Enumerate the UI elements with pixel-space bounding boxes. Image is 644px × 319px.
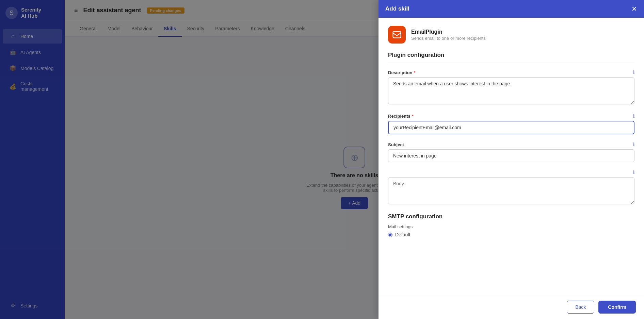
plugin-name: EmailPlugin: [411, 29, 486, 35]
back-button[interactable]: Back: [567, 301, 594, 314]
plugin-config-title: Plugin configuration: [388, 52, 634, 63]
plugin-description: Sends email to one or more recipients: [411, 36, 486, 41]
recipients-group: Recipients * ℹ: [388, 113, 634, 134]
recipients-required: *: [412, 114, 414, 119]
default-radio[interactable]: [388, 233, 392, 237]
subject-label: Subject ℹ: [388, 142, 634, 147]
recipients-info-icon[interactable]: ℹ: [633, 113, 634, 119]
modal-close-button[interactable]: ✕: [631, 5, 637, 12]
mail-settings-label: Mail settings: [388, 224, 634, 229]
mail-settings-radio-group: Default: [388, 232, 634, 237]
add-skill-modal: Add skill ✕ EmailPlugin Sends email to o…: [379, 0, 644, 319]
svg-rect-0: [393, 32, 401, 38]
description-required: *: [414, 70, 416, 75]
modal-header: Add skill ✕: [379, 0, 644, 18]
modal-overlay: Add skill ✕ EmailPlugin Sends email to o…: [0, 0, 644, 319]
body-label: ℹ: [388, 170, 634, 175]
body-info-icon[interactable]: ℹ: [633, 170, 634, 175]
subject-info-icon[interactable]: ℹ: [633, 142, 634, 147]
recipients-label: Recipients * ℹ: [388, 113, 634, 119]
modal-footer: Back Confirm: [379, 295, 644, 319]
description-info-icon[interactable]: ℹ: [633, 70, 634, 75]
plugin-info: EmailPlugin Sends email to one or more r…: [411, 29, 486, 41]
subject-input[interactable]: [388, 149, 634, 162]
default-radio-label[interactable]: Default: [395, 232, 410, 237]
description-textarea[interactable]: [388, 77, 634, 104]
body-textarea[interactable]: [388, 177, 634, 204]
recipients-input[interactable]: [388, 121, 634, 134]
plugin-header: EmailPlugin Sends email to one or more r…: [388, 26, 634, 44]
subject-group: Subject ℹ: [388, 142, 634, 162]
plugin-icon: [388, 26, 406, 44]
modal-body: EmailPlugin Sends email to one or more r…: [379, 18, 644, 295]
confirm-button[interactable]: Confirm: [598, 301, 636, 314]
modal-title: Add skill: [385, 5, 409, 12]
smtp-config-title: SMTP configuration: [388, 213, 634, 220]
description-group: Description * ℹ: [388, 70, 634, 106]
body-group: ℹ: [388, 170, 634, 206]
description-label: Description * ℹ: [388, 70, 634, 75]
